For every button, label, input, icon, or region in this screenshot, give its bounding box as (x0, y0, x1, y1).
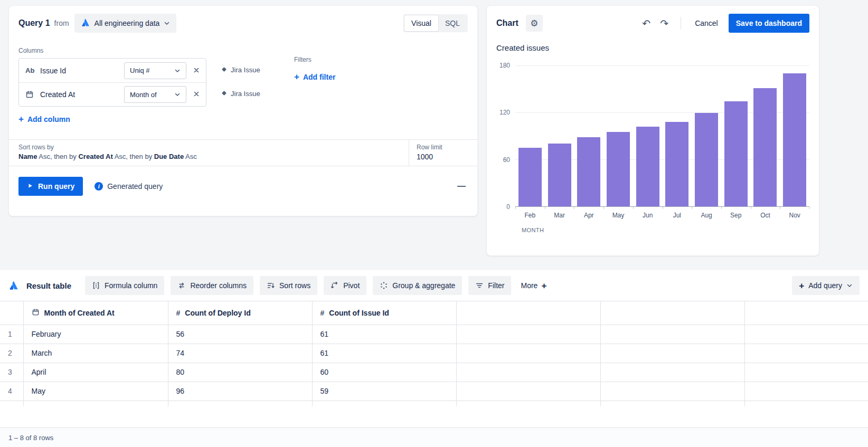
table-row: 4 May 96 59 (0, 382, 868, 401)
cell-deploy-count: 74 (168, 344, 312, 363)
visual-mode-button[interactable]: Visual (404, 15, 438, 31)
x-tick-label: Sep (721, 212, 751, 219)
empty-cell (600, 344, 744, 363)
chart-bars (515, 65, 809, 206)
chart-settings-button[interactable]: ⚙ (526, 15, 543, 32)
sort-rows-label: Sort rows (279, 281, 310, 290)
more-button[interactable]: More + (517, 281, 550, 290)
group-aggregate-icon (380, 281, 388, 290)
add-query-label: Add query (808, 281, 842, 290)
chevron-down-icon (174, 91, 181, 98)
header-count-of-deploy-id[interactable]: # Count of Deploy Id (168, 301, 312, 325)
chevron-down-icon (846, 282, 853, 289)
reorder-columns-icon (177, 281, 186, 290)
table-viewport[interactable]: Month of Created At # Count of Deploy Id (0, 301, 868, 406)
run-query-button[interactable]: Run query (18, 177, 83, 196)
jira-issue-tag-label: Jira Issue (231, 66, 260, 74)
data-source-dropdown[interactable]: All engineering data (74, 14, 177, 33)
empty-cell (744, 325, 868, 344)
sql-mode-button[interactable]: SQL (438, 15, 467, 31)
add-column-button[interactable]: + Add column (18, 115, 70, 123)
header-month-of-created-at[interactable]: Month of Created At (23, 301, 168, 325)
add-filter-button[interactable]: + Add filter (294, 72, 335, 81)
columns-box: Ab Issue Id Uniq # (18, 58, 206, 107)
jira-issue-tag: Jira Issue (221, 58, 260, 82)
aggregation-select-created-at[interactable]: Month of (124, 86, 186, 103)
axis-tick (751, 207, 751, 209)
pivot-button[interactable]: Pivot (324, 276, 366, 295)
formula-column-icon (92, 281, 100, 290)
axis-tick (515, 207, 516, 209)
row-limit-control[interactable]: Row limit 1000 (409, 140, 477, 166)
cell-deploy-count: 56 (168, 325, 312, 344)
bar-apr[interactable] (574, 65, 603, 206)
bar-feb[interactable] (515, 65, 545, 206)
filter-button[interactable]: Filter (468, 276, 511, 295)
cell-month: March (23, 344, 168, 363)
query-header: Query 1 from All engineering data Visual… (9, 6, 477, 33)
header-count-of-issue-id[interactable]: # Count of Issue Id (312, 301, 456, 325)
row-number: 4 (0, 382, 23, 401)
axis-tick (809, 207, 810, 209)
y-tick-label: 0 (506, 203, 510, 211)
generated-query-label: Generated query (107, 182, 163, 191)
formula-column-button[interactable]: Formula column (85, 276, 164, 295)
table-row: 1 February 56 61 (0, 325, 868, 344)
divider (681, 17, 681, 30)
bar-jul[interactable] (663, 65, 692, 206)
pivot-label: Pivot (343, 281, 360, 290)
aggregation-select-issue-id[interactable]: Uniq # (124, 62, 186, 79)
empty-cell (744, 344, 868, 363)
header-label: Month of Created At (44, 309, 115, 317)
calendar-icon (32, 308, 40, 318)
jira-issue-tag: Jira Issue (221, 82, 260, 106)
row-number: 5 (0, 401, 23, 406)
redo-icon: ↷ (660, 18, 668, 29)
remove-column-button[interactable] (193, 90, 200, 99)
number-type-icon: # (176, 309, 181, 317)
x-tick-label: Oct (751, 212, 780, 219)
result-table-toolbar: Result table Formula column Reorder colu… (0, 270, 868, 301)
bar-may[interactable] (603, 65, 633, 206)
remove-column-button[interactable] (193, 66, 200, 75)
table-status-bar: 1 – 8 of 8 rows (0, 427, 868, 447)
undo-button[interactable]: ↶ (637, 17, 655, 30)
save-to-dashboard-button[interactable]: Save to dashboard (729, 14, 809, 33)
query-from-label: from (54, 19, 69, 27)
close-icon (193, 66, 200, 75)
group-aggregate-button[interactable]: Group & aggregate (373, 276, 462, 295)
sort-rows-button[interactable]: Sort rows (260, 276, 317, 295)
query-builder-card: Query 1 from All engineering data Visual… (8, 5, 478, 216)
generated-query-toggle[interactable]: i Generated query (95, 182, 163, 191)
bar-nov[interactable] (780, 65, 809, 206)
cell-deploy-count: 96 (168, 382, 312, 401)
columns-label: Columns (18, 47, 468, 54)
sort-rows-control[interactable]: Sort rows by Name Asc, then by Created A… (9, 140, 409, 166)
bar-aug[interactable] (692, 65, 721, 206)
bar-jun[interactable] (633, 65, 663, 206)
add-column-label: Add column (27, 115, 70, 123)
cell-deploy-count: 80 (168, 363, 312, 382)
bar-oct[interactable] (751, 65, 780, 206)
redo-button[interactable]: ↷ (655, 17, 673, 30)
source-tags: Jira Issue Jira Issue (221, 58, 260, 107)
add-filter-label: Add filter (303, 73, 335, 81)
axis-tick (603, 207, 604, 209)
cancel-button[interactable]: Cancel (688, 15, 724, 32)
jira-issue-tag-label: Jira Issue (231, 90, 260, 98)
empty-cell (600, 363, 744, 382)
add-query-button[interactable]: + Add query (792, 276, 860, 295)
info-icon: i (95, 182, 103, 191)
collapse-button[interactable]: — (457, 182, 466, 191)
bar-sep[interactable] (721, 65, 751, 206)
x-axis-labels: FebMarAprMayJunJulAugSepOctNov (515, 212, 809, 219)
chevron-down-icon (164, 20, 170, 26)
reorder-columns-button[interactable]: Reorder columns (171, 276, 253, 295)
empty-cell (600, 325, 744, 344)
bar-mar[interactable] (545, 65, 574, 206)
empty-cell (456, 382, 600, 401)
empty-cell (456, 363, 600, 382)
visual-sql-toggle: Visual SQL (403, 14, 468, 32)
cell-issue-count: 61 (312, 344, 456, 363)
axis-tick (780, 207, 780, 209)
